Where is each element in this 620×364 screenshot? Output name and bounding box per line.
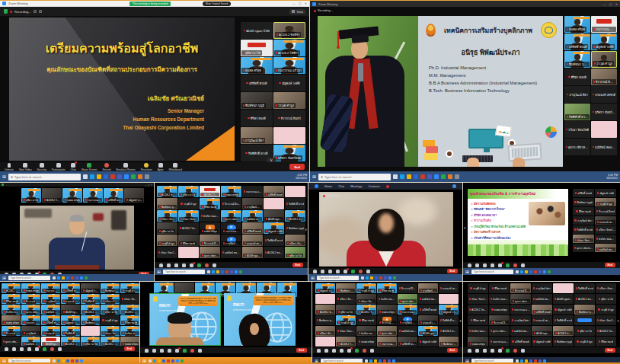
participant-tile[interactable]: กิตติศักดิ์ ดวงดี — [61, 326, 80, 336]
participant-tile[interactable]: ศุภกร เขียวหวาน — [200, 247, 220, 258]
participant-tile[interactable]: ศิริพร ทองดี — [377, 283, 397, 293]
mic-button[interactable] — [468, 349, 471, 353]
participant-tile[interactable]: วรวุฒิ คำมูล — [356, 283, 376, 293]
start-button[interactable]: ⊞ — [311, 276, 315, 280]
participant-tile[interactable]: จิราภรณ์ อินทร์ — [489, 315, 510, 325]
start-button[interactable]: ⊞ — [465, 359, 469, 363]
nav-item[interactable]: Meetings — [350, 185, 362, 188]
close-button[interactable]: ✕ — [615, 2, 618, 6]
taskbar-app-icon[interactable] — [124, 174, 129, 179]
taskbar-app-icon[interactable] — [407, 174, 411, 179]
taskbar-search[interactable]: Type here to search — [8, 276, 50, 280]
participant-tile[interactable]: กิตติศักดิ์ ดวงดี — [574, 283, 595, 293]
participant-tile[interactable]: นริศรา จันทร์หอม — [315, 326, 335, 336]
taskbar-app-icon[interactable] — [388, 276, 391, 279]
view-button[interactable]: View — [289, 9, 305, 14]
participant-tile[interactable]: พิมพ์ชนก บุญมี — [315, 315, 335, 325]
people-button[interactable]: Participants — [52, 163, 66, 171]
participant-tile[interactable]: พิมพ์ชนก บุญมี — [101, 283, 120, 293]
participant-tile[interactable]: นริศรา จันทร์หอม — [157, 210, 177, 222]
participant-tile[interactable]: ACD8-2 โชติกา — [2, 283, 21, 293]
rooms-button[interactable] — [521, 349, 525, 353]
participant-tile[interactable]: กิตติศักดิ์ ดวงดี — [439, 315, 459, 325]
participant-tile[interactable]: อภิสิทธิ์ พรมดี — [61, 283, 80, 293]
apps-button[interactable]: Apps — [158, 163, 164, 171]
participant-tile[interactable]: จิราภรณ์ อินทร์ — [2, 326, 21, 336]
start-button[interactable]: ⊞ — [315, 359, 318, 363]
participant-tile[interactable]: นริศรา จันทร์หอม — [595, 225, 616, 234]
participant-tile[interactable]: ภานุวัฒน์ สีดา — [418, 283, 438, 293]
participant-tile[interactable]: นริศรา จันทร์หอม — [285, 235, 305, 246]
speaker-video-right[interactable]: RMUTI มหาวิทยาลัยเทคโนโลยีราชมงคลอีสาน โ… — [224, 293, 296, 346]
participant-tile[interactable]: ณัฐพงษ์ วงศ์ดี — [553, 305, 574, 315]
participant-tile[interactable] — [591, 121, 617, 138]
participant-tile[interactable]: AD48 ngam ป.ต่อ — [264, 210, 284, 222]
taskbar-app-icon[interactable] — [388, 359, 391, 362]
start-button[interactable]: ⊞ — [465, 270, 469, 274]
rooms-button[interactable] — [521, 263, 525, 267]
taskbar-app-icon[interactable] — [176, 359, 179, 362]
taskbar-app-icon[interactable] — [171, 359, 174, 362]
participant-tile[interactable]: พิมพ์ชนก บุญมี — [564, 51, 590, 68]
taskbar-app-icon[interactable] — [53, 359, 56, 362]
chat-button[interactable] — [498, 349, 502, 353]
participant-tile[interactable]: ธนพล ศรีสุข — [468, 337, 488, 346]
participant-tile[interactable]: ภานุวัฒน์ สีดา — [241, 127, 273, 144]
participant-tile[interactable]: กนกวรรณ แก้วมา — [21, 315, 40, 325]
react-button[interactable]: Reactions — [141, 163, 152, 171]
taskbar-app-icon[interactable] — [361, 276, 364, 279]
participant-tile[interactable]: ศุภกร เขียวหวาน — [221, 210, 241, 222]
participant-tile[interactable]: AD48 ngam ป.ต่อ — [241, 22, 273, 39]
taskbar-app-icon[interactable] — [400, 174, 404, 179]
taskbar-app-icon[interactable] — [529, 270, 532, 273]
participant-tile[interactable]: พิมพ์ชนก บุญมี — [336, 283, 356, 293]
participant-tile[interactable]: กนกวรรณ แก้วมา — [591, 16, 617, 33]
participant-tile[interactable]: ธีรภัทร หอมจันทร์ — [120, 326, 139, 336]
participant-tile[interactable]: ภานุวัฒน์ สีดา — [510, 315, 531, 325]
chat-button[interactable] — [175, 349, 179, 353]
speaker-video-left[interactable]: RMUTI มหาวิทยาลัยเทคโนโลยีราชมงคลอีสาน โ… — [149, 293, 221, 346]
mic-button[interactable] — [317, 349, 321, 353]
participant-tile[interactable]: ศิริพร ทองดี — [356, 315, 376, 325]
taskbar-app-icon[interactable] — [393, 276, 396, 279]
rec-button[interactable] — [363, 349, 366, 353]
participant-tile[interactable]: สุธิดา มาโต — [574, 326, 595, 336]
rec-button[interactable] — [513, 263, 517, 267]
mic-button[interactable] — [145, 349, 149, 353]
participant-tile[interactable]: ปวีณา รัตนโชติ — [468, 294, 488, 304]
participant-tile[interactable]: ณัฐพงษ์ วงศ์ดี — [591, 34, 617, 50]
participant-tile[interactable]: ACD8-2 ชลธิชา — [264, 247, 284, 258]
participant-tile[interactable]: ACD8-2 โชติกา — [273, 40, 305, 56]
taskbar-app-icon[interactable] — [516, 270, 519, 273]
people-button[interactable] — [182, 263, 186, 267]
zoom-home-icon[interactable] — [315, 184, 318, 188]
rec-button[interactable] — [359, 270, 363, 273]
rooms-button[interactable] — [366, 270, 370, 273]
minimize-button[interactable]: — — [603, 2, 606, 6]
taskbar-app-icon[interactable] — [212, 270, 215, 273]
participant-tile[interactable]: ธีรภัทร หอมจันทร์ — [468, 326, 488, 336]
taskbar-app-icon[interactable] — [379, 276, 382, 279]
taskbar-app-icon[interactable] — [138, 174, 142, 179]
rooms-button[interactable]: Breakout Rooms — [116, 163, 135, 171]
taskbar-app-icon[interactable] — [71, 359, 74, 362]
participant-tile[interactable]: ณัฐพงษ์ วงศ์ดี — [264, 222, 284, 234]
start-button[interactable]: ⊞ — [2, 174, 6, 179]
people-button[interactable] — [491, 349, 494, 353]
taskbar-app-icon[interactable] — [66, 276, 69, 279]
taskbar-app-icon[interactable] — [375, 276, 378, 279]
taskbar-app-icon[interactable] — [149, 359, 152, 362]
taskbar-app-icon[interactable] — [434, 174, 439, 179]
participant-tile[interactable]: กิตติศักดิ์ ดวงดี — [264, 235, 284, 246]
shield-button[interactable] — [174, 263, 178, 267]
chat-button[interactable]: Chat — [71, 163, 76, 171]
participant-tile[interactable]: สุธิดา มาโต — [101, 305, 120, 315]
participant-tile[interactable]: สุธิดา มาโต — [178, 186, 199, 197]
participant-tile[interactable]: อรอนงค์ เพชรดี — [595, 216, 616, 225]
share-button[interactable] — [351, 270, 355, 273]
taskbar-app-icon[interactable] — [529, 359, 532, 362]
taskbar-app-icon[interactable] — [181, 359, 184, 362]
taskbar-clock[interactable]: 4:05 PM18/2/2021 — [296, 174, 307, 180]
participant-tile[interactable]: ธีรภัทร หอมจันทร์ — [200, 210, 220, 222]
participant-tile[interactable]: Aธนพล ศรีสุข — [200, 222, 220, 234]
